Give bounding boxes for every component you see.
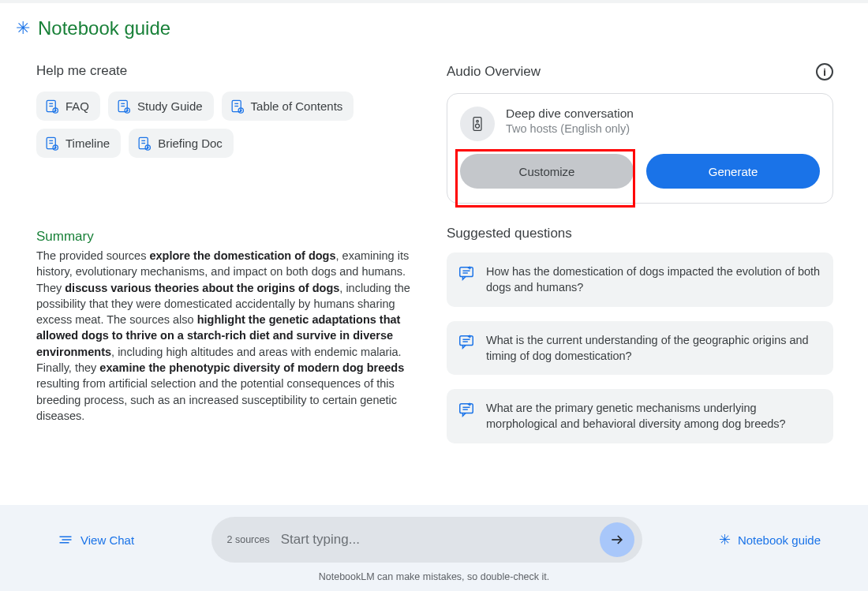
chip-label: Briefing Doc	[158, 137, 223, 150]
summary-body: The provided sources explore the domesti…	[36, 248, 415, 424]
chip-study-guide[interactable]: Study Guide	[108, 92, 214, 121]
view-chat-button[interactable]: View Chat	[58, 533, 134, 547]
summary-text: resulting from artificial selection and …	[36, 377, 397, 422]
help-create-chips: FAQ Study Guide Table of Contents Timeli…	[36, 92, 415, 158]
notebook-guide-link[interactable]: ✳ Notebook guide	[719, 531, 821, 548]
suggested-question-1[interactable]: How has the domestication of dogs impact…	[447, 252, 833, 307]
question-text: What are the primary genetic mechanisms …	[486, 400, 821, 432]
chat-arrow-icon	[458, 333, 475, 350]
customize-button[interactable]: Customize	[460, 154, 634, 189]
help-create-title: Help me create	[36, 63, 415, 79]
chat-input-pill: 2 sources	[211, 517, 642, 563]
deep-dive-subtitle: Two hosts (English only)	[506, 122, 634, 135]
info-icon[interactable]: i	[816, 63, 833, 80]
speaker-icon	[470, 115, 485, 133]
audio-overview-title: Audio Overview	[447, 64, 541, 80]
svg-point-32	[476, 124, 480, 128]
footer-bar: View Chat 2 sources ✳ Notebook guide Not…	[0, 505, 868, 591]
disclaimer-text: NotebookLM can make mistakes, so double-…	[0, 571, 868, 582]
suggested-question-3[interactable]: What are the primary genetic mechanisms …	[447, 389, 833, 443]
asterisk-icon: ✳	[719, 531, 731, 548]
chip-timeline[interactable]: Timeline	[36, 129, 121, 158]
chip-label: Table of Contents	[251, 99, 343, 113]
doc-plus-icon	[44, 136, 59, 151]
summary-title: Summary	[36, 229, 415, 245]
sources-count[interactable]: 2 sources	[227, 534, 270, 545]
chip-label: FAQ	[65, 99, 89, 113]
suggested-questions-title: Suggested questions	[447, 226, 833, 241]
send-button[interactable]	[600, 522, 634, 557]
question-text: How has the domestication of dogs impact…	[486, 264, 821, 296]
svg-point-31	[477, 120, 479, 122]
question-text: What is the current understanding of the…	[486, 332, 821, 365]
chip-label: Study Guide	[137, 99, 203, 113]
guide-link-label: Notebook guide	[738, 533, 821, 547]
chat-arrow-icon	[458, 401, 475, 418]
summary-bold: explore the domestication of dogs	[149, 249, 335, 262]
generate-button[interactable]: Generate	[646, 154, 820, 189]
svg-rect-39	[460, 404, 473, 413]
summary-bold: examine the phenotypic diversity of mode…	[99, 361, 404, 374]
view-chat-label: View Chat	[80, 533, 134, 547]
deep-dive-title: Deep dive conversation	[506, 107, 634, 121]
doc-plus-icon	[137, 136, 152, 151]
audio-card: Deep dive conversation Two hosts (Englis…	[447, 93, 833, 204]
arrow-right-icon	[609, 532, 625, 548]
doc-plus-icon	[116, 99, 131, 114]
chat-arrow-icon	[458, 264, 475, 282]
svg-rect-33	[460, 267, 473, 277]
chip-briefing-doc[interactable]: Briefing Doc	[129, 129, 234, 158]
chat-lines-icon	[58, 534, 73, 545]
chip-toc[interactable]: Table of Contents	[222, 92, 354, 121]
summary-bold: discuss various theories about the origi…	[65, 282, 339, 294]
chat-input[interactable]	[281, 532, 589, 548]
page-header: ✳ Notebook guide	[0, 3, 868, 47]
doc-plus-icon	[44, 99, 59, 114]
summary-text: The provided sources	[36, 249, 149, 262]
app-asterisk-icon: ✳	[16, 20, 30, 37]
doc-plus-icon	[230, 99, 245, 114]
page-title: Notebook guide	[38, 17, 170, 39]
svg-rect-36	[460, 335, 473, 345]
suggested-question-2[interactable]: What is the current understanding of the…	[447, 321, 833, 376]
speaker-icon-bubble	[460, 107, 495, 141]
chip-label: Timeline	[65, 137, 110, 150]
chip-faq[interactable]: FAQ	[36, 92, 100, 121]
